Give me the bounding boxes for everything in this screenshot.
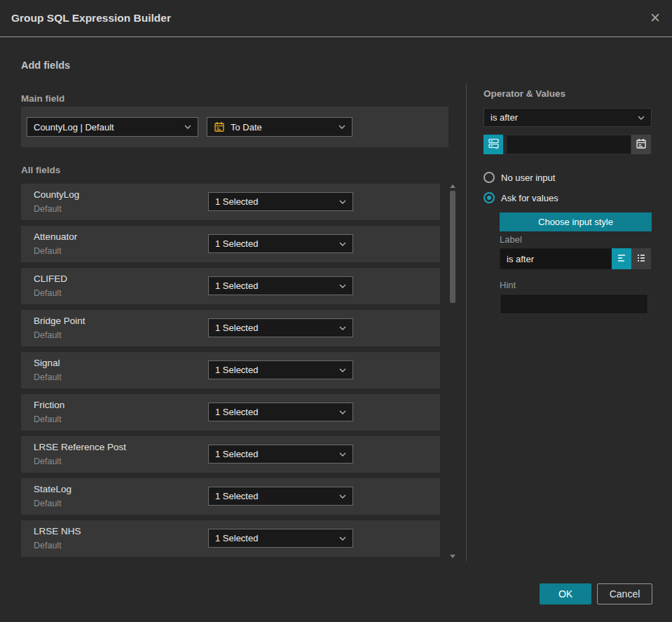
field-default-label: Default bbox=[34, 457, 62, 466]
field-selected-dropdown[interactable]: 1 Selected bbox=[208, 276, 353, 295]
field-name: LRSE NHS bbox=[34, 526, 81, 536]
field-name: LRSE Reference Post bbox=[34, 442, 126, 452]
ok-button[interactable]: OK bbox=[540, 583, 591, 604]
field-default-label: Default bbox=[34, 541, 62, 550]
chevron-down-icon bbox=[339, 284, 346, 288]
vertical-divider bbox=[466, 84, 467, 561]
chevron-down-icon bbox=[339, 536, 346, 541]
label-input[interactable] bbox=[500, 248, 612, 269]
chevron-down-icon bbox=[339, 368, 346, 372]
main-field-select[interactable]: CountyLog | Default bbox=[27, 117, 198, 137]
field-selected-dropdown[interactable]: 1 Selected bbox=[208, 445, 353, 464]
chevron-down-icon bbox=[338, 125, 345, 129]
chevron-down-icon bbox=[184, 125, 191, 129]
field-selected-dropdown[interactable]: 1 Selected bbox=[208, 403, 353, 421]
field-default-label: Default bbox=[34, 288, 62, 298]
radio-circle-icon bbox=[484, 192, 495, 203]
field-row: Bridge Point Default 1 Selected bbox=[21, 310, 440, 346]
field-default-label: Default bbox=[34, 246, 62, 256]
radio-no-user-input[interactable]: No user input bbox=[484, 172, 555, 183]
field-selected-dropdown[interactable]: 1 Selected bbox=[208, 487, 353, 506]
choose-input-style-button[interactable]: Choose input style bbox=[500, 212, 652, 231]
chevron-down-icon bbox=[339, 326, 346, 330]
bulleted-list-icon bbox=[636, 252, 647, 266]
list-input-style-button[interactable] bbox=[631, 248, 651, 269]
field-selected-dropdown[interactable]: 1 Selected bbox=[208, 318, 353, 337]
chevron-down-icon bbox=[339, 494, 346, 499]
radio-circle-icon bbox=[484, 172, 495, 183]
field-row: StateLog Default 1 Selected bbox=[21, 478, 440, 515]
field-row: LRSE NHS Default 1 Selected bbox=[21, 520, 440, 557]
operator-select[interactable]: is after bbox=[484, 108, 652, 127]
scrollbar-up-arrow[interactable] bbox=[450, 184, 455, 188]
close-icon[interactable]: ✕ bbox=[646, 9, 664, 27]
field-name: CLIFED bbox=[34, 273, 67, 284]
titlebar-divider bbox=[0, 36, 672, 37]
dialog-title: Group SQL Expression Builder bbox=[11, 0, 171, 36]
field-selected-dropdown[interactable]: 1 Selected bbox=[208, 529, 353, 548]
stacked-inputs-icon bbox=[488, 137, 500, 151]
single-input-style-button[interactable] bbox=[612, 248, 631, 269]
scrollbar-down-arrow[interactable] bbox=[450, 555, 455, 558]
main-date-select-value: To Date bbox=[231, 122, 334, 133]
field-default-label: Default bbox=[34, 414, 62, 424]
main-date-select[interactable]: To Date bbox=[207, 117, 352, 137]
main-field-select-value: CountyLog | Default bbox=[34, 122, 180, 133]
calendar-icon bbox=[214, 121, 225, 133]
field-name: Attenuator bbox=[34, 231, 77, 242]
field-row: Friction Default 1 Selected bbox=[21, 394, 440, 431]
field-name: CountyLog bbox=[34, 189, 79, 200]
chevron-down-icon bbox=[339, 410, 346, 414]
all-fields-list: CountyLog Default 1 Selected Attenuator … bbox=[21, 184, 440, 562]
hint-input[interactable] bbox=[500, 294, 648, 314]
label-field-label: Label bbox=[500, 234, 522, 245]
chevron-down-icon bbox=[339, 452, 346, 457]
group-sql-expression-builder-dialog: Group SQL Expression Builder ✕ Add field… bbox=[0, 0, 672, 622]
chevron-down-icon bbox=[339, 200, 346, 204]
operator-values-heading: Operator & Values bbox=[484, 88, 565, 99]
field-default-label: Default bbox=[34, 204, 62, 214]
main-field-panel: CountyLog | Default To Date bbox=[21, 107, 448, 147]
cancel-button[interactable]: Cancel bbox=[597, 583, 652, 604]
field-name: Friction bbox=[34, 400, 64, 410]
field-row: CLIFED Default 1 Selected bbox=[21, 268, 440, 304]
chevron-down-icon bbox=[638, 116, 645, 120]
field-row: Attenuator Default 1 Selected bbox=[21, 226, 440, 262]
main-field-label: Main field bbox=[21, 93, 64, 104]
field-selected-dropdown[interactable]: 1 Selected bbox=[208, 360, 353, 379]
field-row: LRSE Reference Post Default 1 Selected bbox=[21, 436, 440, 473]
chevron-down-icon bbox=[339, 242, 346, 246]
field-name: Bridge Point bbox=[34, 316, 85, 326]
add-fields-heading: Add fields bbox=[21, 60, 70, 71]
field-default-label: Default bbox=[34, 330, 62, 340]
field-row: CountyLog Default 1 Selected bbox=[21, 184, 440, 220]
radio-ask-for-values[interactable]: Ask for values bbox=[484, 192, 558, 203]
value-date-input[interactable] bbox=[506, 135, 631, 154]
field-default-label: Default bbox=[34, 372, 62, 382]
field-selected-dropdown[interactable]: 1 Selected bbox=[208, 234, 353, 253]
operator-select-value: is after bbox=[491, 112, 633, 123]
value-input-type-button[interactable] bbox=[484, 135, 503, 154]
field-name: StateLog bbox=[34, 484, 71, 494]
align-left-icon bbox=[616, 252, 627, 266]
hint-field-label: Hint bbox=[500, 280, 516, 290]
field-default-label: Default bbox=[34, 499, 62, 508]
calendar-picker-button[interactable] bbox=[631, 135, 651, 154]
all-fields-label: All fields bbox=[21, 165, 60, 175]
field-selected-dropdown[interactable]: 1 Selected bbox=[208, 192, 353, 211]
field-row: Signal Default 1 Selected bbox=[21, 352, 440, 388]
calendar-icon bbox=[636, 138, 647, 151]
scrollbar-thumb[interactable] bbox=[450, 191, 455, 303]
field-name: Signal bbox=[34, 358, 60, 368]
